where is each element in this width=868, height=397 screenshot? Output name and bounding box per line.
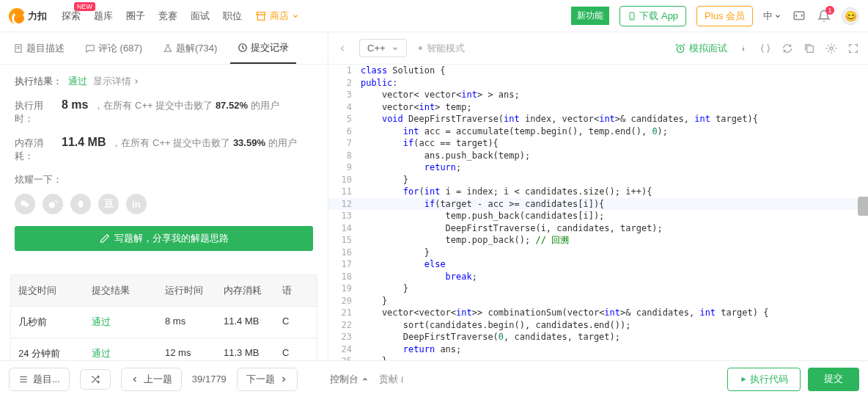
wechat-icon[interactable] xyxy=(15,194,35,214)
exec-result-status: 通过 xyxy=(68,75,87,88)
new-badge: NEW xyxy=(74,2,95,11)
linkedin-icon[interactable]: in xyxy=(126,194,147,214)
code-line[interactable]: 5 void DeepFirstTraverse(int index, vect… xyxy=(328,113,868,125)
refresh-icon[interactable] xyxy=(781,43,793,54)
code-line[interactable]: 9 return; xyxy=(328,161,868,174)
chevron-down-icon xyxy=(292,12,299,20)
social-buttons: 豆 in xyxy=(15,194,313,214)
chevron-down-icon xyxy=(391,45,399,52)
store-icon xyxy=(255,10,267,22)
code-editor[interactable]: 1class Solution {2public:3 vector< vecto… xyxy=(328,65,868,360)
notification-count: 1 xyxy=(825,6,834,15)
alarm-icon xyxy=(674,43,686,54)
nav-store[interactable]: 商店 xyxy=(255,10,299,23)
header-right: 新功能 下载 App Plus 会员 中 1 😊 xyxy=(571,6,859,26)
submit-button[interactable]: 提交 xyxy=(808,368,859,391)
code-line[interactable]: 25 } xyxy=(328,355,868,360)
tab-comments[interactable]: 评论 (687) xyxy=(78,32,150,64)
global-header: 力扣 探索NEW 题库 圈子 竞赛 面试 职位 商店 新功能 下载 App Pl… xyxy=(0,0,868,32)
code-line[interactable]: 12 if(target - acc >= candidates[i]){ xyxy=(328,198,868,211)
language-switch[interactable]: 中 xyxy=(763,10,781,23)
nav-problems[interactable]: 题库 xyxy=(94,10,113,23)
tab-solutions[interactable]: 题解(734) xyxy=(155,32,224,64)
table-row[interactable]: 几秒前 通过 8 ms 11.4 MB C xyxy=(11,306,317,338)
code-line[interactable]: 11 for(int i = index; i < candidates.siz… xyxy=(328,186,868,198)
plus-member-button[interactable]: Plus 会员 xyxy=(696,6,753,26)
language-select[interactable]: C++ xyxy=(359,39,407,57)
code-line[interactable]: 17 else xyxy=(328,258,868,271)
code-line[interactable]: 6 int acc = accumulate(temp.begin(), tem… xyxy=(328,125,868,138)
qq-icon[interactable] xyxy=(70,194,91,214)
weibo-icon[interactable] xyxy=(43,194,63,214)
nav-jobs[interactable]: 职位 xyxy=(223,10,242,23)
code-line[interactable]: 1class Solution { xyxy=(328,65,868,77)
main: 题目描述 评论 (687) 题解(734) 提交记录 执行结果： 通过 xyxy=(0,32,868,360)
code-line[interactable]: 14 DeepFirstTraverse(i, candidates, targ… xyxy=(328,222,868,235)
chevron-left-icon xyxy=(130,375,139,384)
svg-point-14 xyxy=(830,47,833,50)
run-code-button[interactable]: 执行代码 xyxy=(727,368,801,391)
code-line[interactable]: 23 DeepFirstTraverse(0, candidates, targ… xyxy=(328,331,868,343)
problem-list-button[interactable]: 题目... xyxy=(9,368,70,391)
tab-description[interactable]: 题目描述 xyxy=(6,32,72,64)
new-feature-badge[interactable]: 新功能 xyxy=(571,7,609,25)
comment-icon xyxy=(85,43,95,54)
table-row[interactable]: 24 分钟前 通过 12 ms 11.3 MB C xyxy=(11,338,317,360)
runtime-label: 执行用时： xyxy=(15,99,59,125)
smart-mode-toggle[interactable]: 智能模式 xyxy=(419,42,465,55)
notifications-button[interactable]: 1 xyxy=(817,9,831,23)
table-header: 提交时间 提交结果 运行时间 内存消耗 语 xyxy=(11,275,317,306)
brackets-icon[interactable] xyxy=(760,43,771,54)
playground-icon[interactable] xyxy=(792,9,806,23)
code-line[interactable]: 7 if(acc == target){ xyxy=(328,137,868,150)
code-line[interactable]: 24 return ans; xyxy=(328,343,868,356)
logo[interactable]: 力扣 xyxy=(9,8,47,24)
fullscreen-icon[interactable] xyxy=(847,43,859,54)
memory-value: 11.4 MB xyxy=(62,136,106,149)
nav-explore[interactable]: 探索NEW xyxy=(62,10,81,23)
gear-icon[interactable] xyxy=(825,43,837,54)
show-detail-link[interactable]: 显示详情 xyxy=(93,75,140,88)
nav: 探索NEW 题库 圈子 竞赛 面试 职位 商店 xyxy=(62,10,299,23)
code-line[interactable]: 4 vector<int> temp; xyxy=(328,101,868,114)
code-line[interactable]: 2public: xyxy=(328,77,868,90)
nav-contest[interactable]: 竞赛 xyxy=(158,10,177,23)
logo-text: 力扣 xyxy=(28,10,47,23)
shuffle-button[interactable] xyxy=(80,369,111,390)
svg-point-10 xyxy=(78,200,84,207)
code-line[interactable]: 13 temp.push_back(candidates[i]); xyxy=(328,210,868,222)
scrollbar-handle[interactable] xyxy=(858,197,868,216)
chevron-down-icon xyxy=(774,12,781,20)
info-icon[interactable] xyxy=(738,43,749,54)
footer: 题目... 上一题 39/1779 下一题 控制台 贡献 i 执行代码 提交 xyxy=(0,360,868,397)
nav-discuss[interactable]: 圈子 xyxy=(126,10,145,23)
prev-problem-button[interactable]: 上一题 xyxy=(121,368,182,391)
doc-icon xyxy=(13,43,23,54)
code-line[interactable]: 3 vector< vector<int> > ans; xyxy=(328,89,868,101)
download-app-button[interactable]: 下载 App xyxy=(619,6,686,26)
code-line[interactable]: 10 } xyxy=(328,174,868,186)
new-window-icon[interactable] xyxy=(803,43,815,54)
code-line[interactable]: 22 sort(candidates.begin(), candidates.e… xyxy=(328,319,868,332)
code-line[interactable]: 16 } xyxy=(328,247,868,259)
shuffle-icon xyxy=(89,374,101,385)
write-solution-button[interactable]: 写题解，分享我的解题思路 xyxy=(15,226,313,251)
left-body: 执行结果： 通过 显示详情 执行用时： 8 ms ，在所有 C++ 提交中击败了… xyxy=(0,65,328,360)
svg-rect-13 xyxy=(807,45,814,52)
code-line[interactable]: 20 } xyxy=(328,295,868,307)
code-line[interactable]: 18 break; xyxy=(328,271,868,283)
contribute-link[interactable]: 贡献 i xyxy=(379,373,404,386)
avatar[interactable]: 😊 xyxy=(842,7,859,25)
code-line[interactable]: 8 ans.push_back(temp); xyxy=(328,150,868,162)
console-toggle[interactable]: 控制台 xyxy=(330,373,369,386)
tab-submissions[interactable]: 提交记录 xyxy=(230,32,296,64)
code-line[interactable]: 19 } xyxy=(328,283,868,295)
code-line[interactable]: 21 vector<vector<int>> combinationSum(ve… xyxy=(328,307,868,319)
nav-interview[interactable]: 面试 xyxy=(191,10,210,23)
code-line[interactable]: 15 temp.pop_back(); // 回溯 xyxy=(328,234,868,247)
chevron-left-icon[interactable] xyxy=(337,43,347,54)
phone-icon xyxy=(628,11,636,21)
douban-icon[interactable]: 豆 xyxy=(98,194,119,214)
mock-interview-button[interactable]: 模拟面试 xyxy=(674,42,727,55)
next-problem-button[interactable]: 下一题 xyxy=(237,368,298,391)
